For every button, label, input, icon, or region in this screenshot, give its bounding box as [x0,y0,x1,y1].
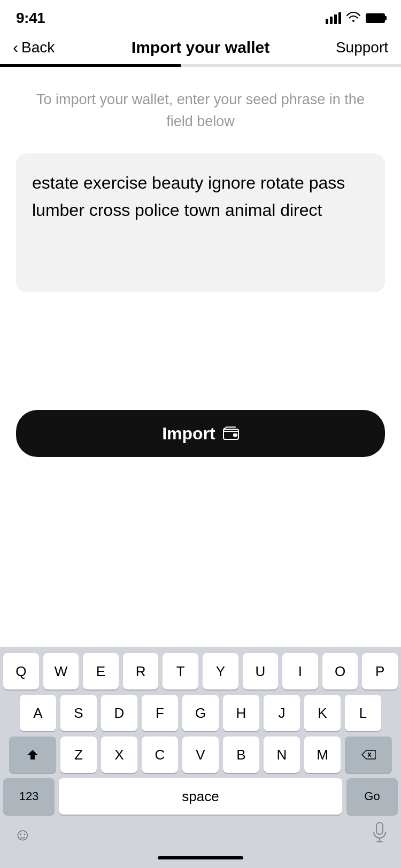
key-l[interactable]: L [345,695,381,731]
key-e[interactable]: E [83,653,119,689]
key-r[interactable]: R [123,653,159,689]
key-m[interactable]: M [304,737,341,773]
import-button[interactable]: Import [16,410,385,457]
shift-key[interactable] [9,737,56,773]
key-q[interactable]: Q [3,653,39,689]
key-o[interactable]: O [322,653,358,689]
go-key[interactable]: Go [346,778,398,815]
seed-phrase-input-area[interactable]: estate exercise beauty ignore rotate pas… [16,153,385,292]
support-button[interactable]: Support [324,39,388,56]
key-v[interactable]: V [182,737,219,773]
key-n[interactable]: N [264,737,300,773]
key-i[interactable]: I [282,653,318,689]
key-d[interactable]: D [101,695,137,731]
back-chevron-icon: ‹ [13,38,18,57]
main-content: To import your wallet, enter your seed p… [0,67,401,457]
back-label: Back [21,39,55,56]
keyboard-row-3: Z X C V B N M [3,737,398,773]
status-time: 9:41 [16,10,45,27]
page-title: Import your wallet [77,38,324,57]
wallet-icon [223,427,239,440]
key-b[interactable]: B [223,737,259,773]
key-a[interactable]: A [20,695,56,731]
signal-icon [326,12,341,24]
key-s[interactable]: S [60,695,97,731]
key-u[interactable]: U [243,653,279,689]
key-t[interactable]: T [163,653,198,689]
progress-fill [0,64,181,67]
wifi-icon [346,11,360,25]
emoji-icon[interactable]: ☺ [14,825,32,844]
key-z[interactable]: Z [60,737,97,773]
key-g[interactable]: G [182,695,219,731]
key-x[interactable]: X [101,737,137,773]
instruction-text: To import your wallet, enter your seed p… [16,89,385,132]
space-key[interactable]: space [59,778,342,815]
key-c[interactable]: C [142,737,178,773]
key-p[interactable]: P [362,653,398,689]
key-f[interactable]: F [142,695,178,731]
keyboard: Q W E R T Y U I O P A S D F G H J K L Z … [0,647,401,868]
keyboard-row-4: 123 space Go [3,778,398,815]
numbers-key[interactable]: 123 [3,778,55,815]
progress-empty [181,64,402,67]
home-indicator [158,856,243,859]
keyboard-row-1: Q W E R T Y U I O P [3,653,398,689]
status-icons [326,11,385,25]
microphone-icon[interactable] [372,822,387,847]
import-button-label: Import [162,424,215,444]
seed-phrase-text: estate exercise beauty ignore rotate pas… [32,173,345,220]
svg-rect-2 [376,823,383,834]
back-button[interactable]: ‹ Back [13,38,77,57]
svg-rect-1 [233,433,237,437]
status-bar: 9:41 [0,0,401,29]
delete-key[interactable] [345,737,392,773]
keyboard-row-2: A S D F G H J K L [3,695,398,731]
key-k[interactable]: K [304,695,341,731]
key-w[interactable]: W [43,653,79,689]
keyboard-bottom-bar: ☺ [3,820,398,852]
battery-icon [366,13,385,23]
home-indicator-container [3,852,398,868]
key-h[interactable]: H [223,695,259,731]
key-y[interactable]: Y [203,653,238,689]
key-j[interactable]: J [264,695,300,731]
nav-bar: ‹ Back Import your wallet Support [0,29,401,61]
